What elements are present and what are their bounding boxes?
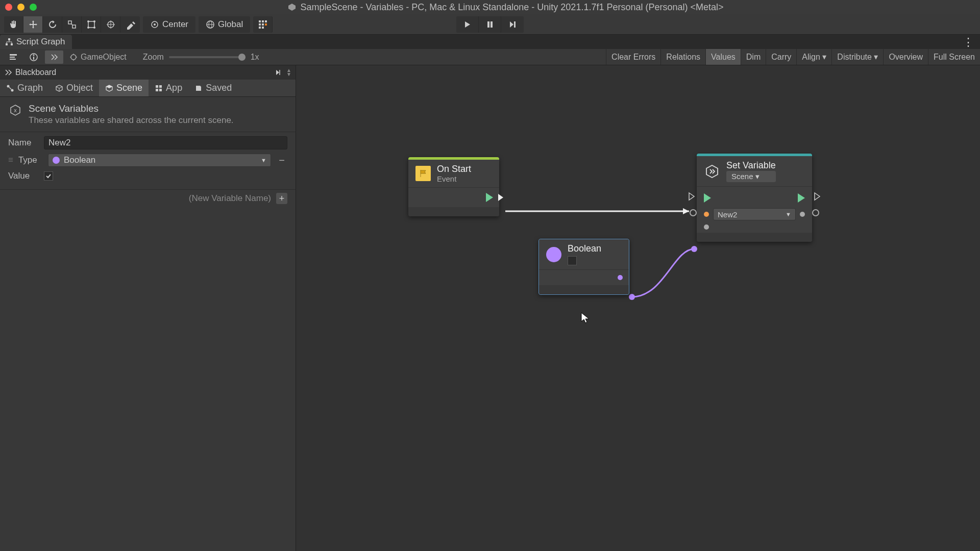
scope-tab-graph[interactable]: Graph (0, 80, 49, 96)
align-dropdown[interactable]: Align ▾ (796, 49, 831, 65)
name-out-port[interactable] (800, 212, 805, 217)
name-out-external-port[interactable] (812, 209, 819, 216)
tab-menu-button[interactable]: ⋮ (957, 36, 980, 49)
overview-button[interactable]: Overview (883, 49, 928, 65)
pause-button[interactable] (479, 16, 501, 33)
zoom-slider[interactable] (169, 56, 246, 58)
carry-button[interactable]: Carry (766, 49, 796, 65)
boolean-value-checkbox[interactable] (568, 256, 577, 265)
boolean-literal-node[interactable]: Boolean (538, 239, 629, 295)
custom-tool-button[interactable] (120, 16, 140, 33)
name-in-port[interactable] (704, 212, 709, 217)
target-icon (69, 53, 78, 61)
minimize-window-button[interactable] (17, 4, 24, 11)
name-input[interactable] (44, 136, 287, 149)
variable-name-value: New2 (718, 210, 737, 219)
scope-tab-object-label: Object (66, 83, 93, 93)
close-window-button[interactable] (5, 4, 12, 11)
scroll-arrows[interactable]: ▲▼ (286, 68, 291, 77)
scope-tab-scene[interactable]: Scene (99, 80, 149, 96)
boolean-type-icon (546, 247, 561, 262)
scale-tool-button[interactable] (62, 16, 82, 33)
svg-rect-32 (11, 43, 13, 45)
svg-point-5 (87, 20, 89, 22)
boolean-node-header[interactable]: Boolean (539, 239, 629, 269)
summary-toggle[interactable] (4, 51, 22, 64)
drag-handle-icon[interactable]: ≡ (8, 155, 13, 165)
rotate-tool-button[interactable] (43, 16, 62, 33)
add-variable-button[interactable]: + (276, 193, 287, 204)
on-start-node-header[interactable]: On Start Event (408, 157, 499, 187)
name-in-external-port[interactable] (690, 209, 697, 216)
value-connection (632, 249, 694, 297)
flow-in-port[interactable] (688, 192, 695, 201)
snap-button[interactable] (253, 16, 273, 33)
dim-button[interactable]: Dim (741, 49, 766, 65)
set-variable-node[interactable]: Set Variable Scene ▾ New2 ▼ (697, 154, 812, 242)
pivot-global-button[interactable]: Global (199, 16, 250, 33)
on-start-node[interactable]: On Start Event (408, 157, 499, 216)
section-title: Scene Variables (29, 103, 287, 114)
pivot-center-button[interactable]: Center (143, 16, 195, 33)
flow-out-port[interactable] (497, 193, 504, 202)
clear-errors-button[interactable]: Clear Errors (606, 49, 660, 65)
script-graph-tab[interactable]: Script Graph (0, 35, 72, 49)
info-toggle[interactable] (24, 51, 43, 64)
svg-marker-69 (581, 313, 589, 323)
chevron-down-icon: ▼ (261, 157, 266, 163)
scene-variables-icon: x (8, 103, 22, 117)
fullscreen-button[interactable]: Full Screen (928, 49, 980, 65)
center-icon (150, 20, 159, 29)
svg-rect-19 (265, 20, 267, 22)
blackboard-toggle[interactable] (45, 51, 63, 64)
scope-tab-object[interactable]: Object (49, 80, 99, 96)
svg-rect-37 (10, 54, 17, 56)
value-field-row: Value (8, 171, 287, 181)
svg-rect-62 (159, 89, 162, 91)
scope-tab-saved[interactable]: Saved (188, 80, 238, 96)
value-checkbox[interactable] (44, 171, 53, 181)
name-field-row: Name (8, 136, 287, 149)
scope-dropdown[interactable]: Scene ▾ (726, 171, 776, 182)
scope-tab-app[interactable]: App (149, 80, 188, 96)
globe-icon (206, 20, 215, 29)
variable-name-dropdown[interactable]: New2 ▼ (713, 208, 796, 220)
relations-button[interactable]: Relations (660, 49, 705, 65)
svg-point-51 (11, 89, 14, 91)
transform-tool-button[interactable] (101, 16, 120, 33)
svg-marker-67 (689, 193, 694, 200)
svg-point-7 (87, 27, 89, 29)
play-button[interactable] (456, 16, 479, 33)
collapse-button[interactable] (271, 68, 283, 77)
gameobject-breadcrumb[interactable]: GameObject (63, 53, 133, 62)
svg-line-52 (9, 87, 11, 89)
value-in-port[interactable] (704, 224, 709, 230)
new-variable-placeholder[interactable]: (New Variable Name) (8, 193, 276, 204)
graph-canvas[interactable]: On Start Event Boolean (296, 65, 980, 551)
set-variable-header[interactable]: Set Variable Scene ▾ (697, 154, 812, 186)
value-connection-start (629, 294, 635, 300)
gameobject-label: GameObject (81, 53, 127, 62)
svg-marker-25 (465, 21, 470, 28)
svg-rect-1 (68, 21, 71, 24)
type-label: Type (18, 155, 43, 165)
svg-rect-61 (156, 89, 158, 91)
hand-tool-button[interactable] (4, 16, 23, 33)
svg-rect-18 (262, 20, 264, 22)
maximize-window-button[interactable] (30, 4, 37, 11)
move-tool-button[interactable] (23, 16, 43, 33)
set-variable-icon (704, 163, 720, 180)
svg-point-13 (154, 23, 156, 26)
flow-out-port[interactable] (814, 192, 821, 201)
rect-tool-button[interactable] (82, 16, 101, 33)
type-dropdown[interactable]: Boolean ▼ (48, 154, 271, 167)
distribute-dropdown[interactable]: Distribute ▾ (831, 49, 883, 65)
step-button[interactable] (501, 16, 524, 33)
svg-rect-42 (33, 57, 34, 60)
svg-rect-31 (6, 43, 8, 45)
graph-toolbar-right: Clear Errors Relations Values Dim Carry … (606, 49, 980, 65)
values-button[interactable]: Values (705, 49, 741, 65)
zoom-handle[interactable] (238, 54, 246, 61)
remove-variable-button[interactable]: − (276, 155, 287, 166)
value-out-port[interactable] (618, 275, 623, 280)
